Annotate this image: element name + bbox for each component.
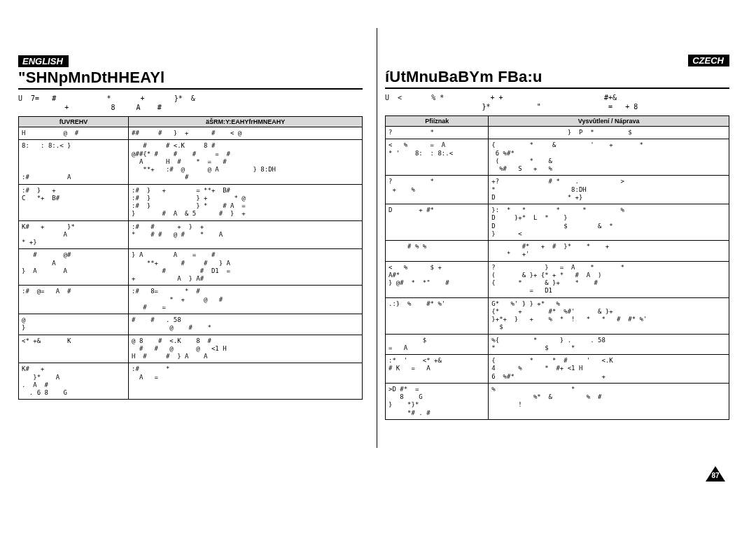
cell-remedy: #* + # }* * + * +' bbox=[489, 241, 729, 262]
cell-symptom: .:} % #* %' bbox=[386, 297, 489, 334]
intro-right: U < % * + + #+& }* " = + 8 bbox=[385, 93, 729, 111]
lang-badge-english: ENGLISH bbox=[18, 55, 69, 67]
cell-remedy: G* %' } } +* % {* + #* %#' & }+ }+*+ } +… bbox=[489, 297, 729, 334]
cell-remedy: } P * $ bbox=[489, 127, 729, 139]
th-left-symptom: fUVREHV bbox=[19, 117, 129, 127]
cell-symptom: :* ' <* +& # K = A bbox=[386, 355, 489, 384]
cell-remedy: @ 8 # <.K 8 # # # @ @ <1 H H # # } A A bbox=[129, 335, 363, 363]
cell-remedy: { * * # ' <.K 4 % * #+ <1 H 6 %#* + bbox=[489, 355, 729, 384]
cell-symptom: $ = A bbox=[386, 334, 489, 355]
table-row: ? * + %+? # * . > * 8:DH D * +} bbox=[386, 176, 729, 204]
cell-symptom: :# @= A # bbox=[19, 286, 129, 314]
table-row: < % = A * ' 8: : 8:.<{ * & ' + * 6 %#* (… bbox=[386, 139, 729, 176]
table-row: :* ' <* +& # K = A{ * * # ' <.K 4 % * #+… bbox=[386, 355, 729, 384]
table-row: K# + }* A * +}:# # + } + * # # @ # * A bbox=[19, 220, 363, 249]
lang-badge-czech: CZECH bbox=[688, 55, 729, 66]
cell-remedy: # # . 58 @ # * bbox=[129, 314, 363, 335]
rule-right bbox=[385, 87, 729, 89]
cell-remedy: :# } + = **+ B# :# } } + * @ :# } } * # … bbox=[129, 184, 363, 220]
cell-remedy: :# 8= * # * + @ # # = bbox=[129, 286, 363, 314]
table-row: H @ # ## # } + # < @ bbox=[19, 127, 363, 140]
cell-remedy: } A A = # **+ # # } A # # D1 = + A } A# bbox=[129, 249, 363, 286]
table-right: Pfiíznak Vysvûtlení / Náprava ? * } P * … bbox=[385, 115, 729, 420]
cell-symptom: ? * bbox=[386, 127, 489, 139]
table-row: :# @= A #:# 8= * # * + @ # # = bbox=[19, 286, 363, 314]
cell-symptom: K# + }* A . A # . 6 8 G bbox=[19, 363, 129, 400]
th-right-remedy: Vysvûtlení / Náprava bbox=[489, 116, 729, 127]
cell-remedy: # # <.K 8 # @##{* # # # = # A H # * = # … bbox=[129, 140, 363, 184]
cell-remedy: :# * A = bbox=[129, 363, 363, 400]
cell-symptom: >D #* = 8 G } *}* *# . # bbox=[386, 383, 489, 419]
cell-symptom: @ } bbox=[19, 314, 129, 335]
cell-symptom: ? * + % bbox=[386, 176, 489, 204]
table-row: .:} % #* %'G* %' } } +* % {* + #* %#' & … bbox=[386, 297, 729, 334]
cell-symptom: < % $ + A#* } @# * *" # bbox=[386, 261, 489, 297]
th-right-symptom: Pfiíznak bbox=[386, 116, 489, 127]
cell-remedy: %{ * } . . 58 * $ * bbox=[489, 334, 729, 355]
cell-remedy: }: * * * * % D }+* L * } D $ & * } < bbox=[489, 204, 729, 241]
cell-symptom: < % = A * ' 8: : 8:.< bbox=[386, 139, 489, 176]
cell-symptom: 8: : 8:.< } :# A bbox=[19, 140, 129, 184]
cell-remedy: ? } = A * * ( & }+ {* + * # A ) { * & }+… bbox=[489, 261, 729, 297]
table-row: <* +& K@ 8 # <.K 8 # # # @ @ <1 H H # # … bbox=[19, 335, 363, 363]
right-column: CZECH íUtMnuBaBYm FBa:u U < % * + + #+& … bbox=[374, 55, 729, 420]
page-content: ENGLISH "SHNpMnDtHHEAYl U 7= # * + }* & … bbox=[0, 0, 756, 420]
table-row: < % $ + A#* } @# * *" #? } = A * * ( & }… bbox=[386, 261, 729, 297]
left-column: ENGLISH "SHNpMnDtHHEAYl U 7= # * + }* & … bbox=[18, 55, 374, 420]
cell-remedy: +? # * . > * 8:DH D * +} bbox=[489, 176, 729, 204]
title-right: íUtMnuBaBYm FBa:u bbox=[385, 68, 729, 86]
cell-symptom: # @# A } A A bbox=[19, 249, 129, 286]
intro-left: U 7= # * + }* & + 8 A # bbox=[18, 94, 363, 112]
cell-symptom: # % % bbox=[386, 241, 489, 262]
title-left: "SHNpMnDtHHEAYl bbox=[18, 69, 363, 87]
cell-symptom: <* +& K bbox=[19, 335, 129, 363]
cell-symptom: D + #* bbox=[386, 204, 489, 241]
cell-symptom: K# + }* A * +} bbox=[19, 220, 129, 249]
cell-remedy: { * & ' + * 6 %#* ( * & %# S + % bbox=[489, 139, 729, 176]
table-row: 8: : 8:.< } :# A # # <.K 8 # @##{* # # #… bbox=[19, 140, 363, 184]
table-row: $ = A%{ * } . . 58 * $ * bbox=[386, 334, 729, 355]
table-row: >D #* = 8 G } *}* *# . #% * %* & % # ! bbox=[386, 383, 729, 419]
cell-remedy: % * %* & % # ! bbox=[489, 383, 729, 419]
table-row: K# + }* A . A # . 6 8 G:# * A = bbox=[19, 363, 363, 400]
rule-left bbox=[18, 88, 363, 90]
cell-remedy: ## # } + # < @ bbox=[129, 127, 363, 140]
cell-remedy: :# # + } + * # # @ # * A bbox=[129, 220, 363, 249]
cell-symptom: H @ # bbox=[19, 127, 129, 140]
page-number: 87 bbox=[706, 472, 725, 479]
table-row: D + #*}: * * * * % D }+* L * } D $ & * }… bbox=[386, 204, 729, 241]
cell-symptom: :# } + C *+ B# bbox=[19, 184, 129, 220]
th-left-remedy: äŠRM:Y:EAHYfrHMNEAHY bbox=[129, 117, 363, 127]
table-row: :# } + C *+ B#:# } + = **+ B# :# } } + *… bbox=[19, 184, 363, 220]
table-left: fUVREHV äŠRM:Y:EAHYfrHMNEAHY H @ # ## # … bbox=[18, 116, 363, 400]
table-row: @ }# # . 58 @ # * bbox=[19, 314, 363, 335]
table-row: ? * } P * $ bbox=[386, 127, 729, 139]
table-row: # @# A } A A} A A = # **+ # # } A # # D1… bbox=[19, 249, 363, 286]
table-row: # % % #* + # }* * + * +' bbox=[386, 241, 729, 262]
